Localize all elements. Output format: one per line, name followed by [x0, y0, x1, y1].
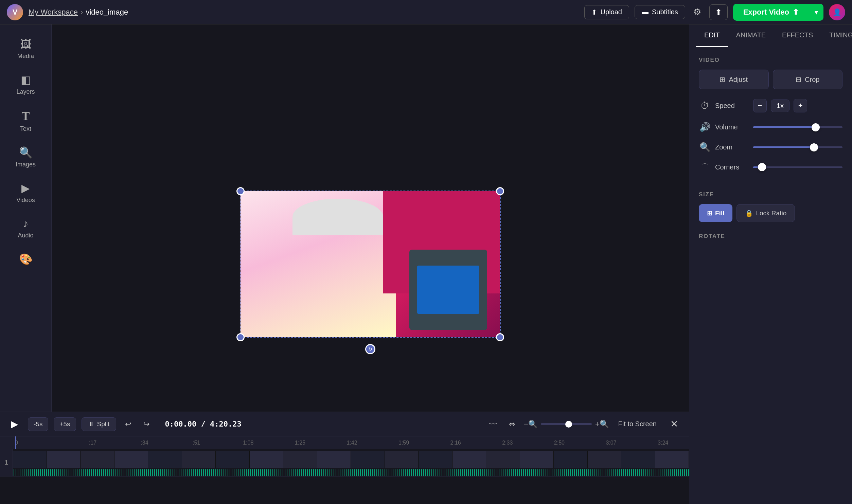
resize-handle-top-left[interactable]	[236, 187, 245, 195]
export-dropdown-button[interactable]: ▾	[809, 4, 823, 21]
layers-icon: ◧	[21, 73, 31, 86]
skip-back-button[interactable]: -5s	[28, 417, 48, 431]
video-device	[409, 250, 487, 330]
thumb-4	[114, 451, 148, 468]
video-device-screen	[417, 266, 479, 314]
crop-button[interactable]: ⊟ Crop	[773, 70, 843, 89]
export-button[interactable]: Export Video ⬆	[733, 4, 809, 21]
ruler-mark-51: :51	[171, 440, 223, 446]
breadcrumb-separator: ›	[81, 8, 83, 17]
skip-forward-button[interactable]: +5s	[54, 417, 76, 431]
fill-button[interactable]: ⊞ Fill	[699, 204, 732, 222]
video-track-bar	[13, 451, 689, 468]
sidebar-item-videos[interactable]: ▶ Videos	[0, 175, 51, 211]
tab-timing[interactable]: TIMING	[821, 24, 852, 47]
speed-increase-button[interactable]: +	[794, 99, 807, 112]
rotate-handle[interactable]: ↻	[365, 344, 375, 354]
adjust-crop-row: ⊞ Adjust ⊟ Crop	[699, 70, 842, 89]
ruler-mark-216: 2:16	[430, 440, 482, 446]
share-button[interactable]: ⬆	[709, 4, 728, 20]
ruler-mark-108: 1:08	[222, 440, 274, 446]
lock-ratio-button[interactable]: 🔒 Lock Ratio	[736, 204, 795, 222]
volume-control-row: 🔊 Volume	[699, 122, 842, 132]
corners-icon: ⌒	[699, 162, 711, 172]
empty-track	[0, 476, 689, 504]
close-button[interactable]: ✕	[666, 416, 682, 432]
thumb-16	[520, 451, 554, 468]
zoom-area: −🔍 +🔍	[524, 420, 609, 429]
fit-screen-button[interactable]: Fit to Screen	[614, 418, 661, 430]
thumb-11	[351, 451, 385, 468]
redo-button[interactable]: ↪	[140, 418, 153, 431]
text-icon: T	[21, 109, 30, 123]
sidebar-item-images[interactable]: 🔍 Images	[0, 139, 51, 175]
size-section-label: SIZE	[699, 191, 842, 198]
sidebar-item-audio[interactable]: ♪ Audio	[0, 211, 51, 246]
timecode: 0:00.00 / 4:20.23	[165, 420, 242, 428]
zoom-slider[interactable]	[753, 146, 842, 148]
export-group: Export Video ⬆ ▾	[733, 4, 823, 21]
corners-thumb[interactable]	[758, 163, 766, 171]
tab-effects[interactable]: EFFECTS	[774, 24, 821, 47]
split-button[interactable]: ⏸ Split	[82, 417, 116, 431]
user-avatar[interactable]: 👤	[829, 4, 845, 20]
subtitles-button[interactable]: ▬ Subtitles	[635, 5, 685, 19]
tab-animate[interactable]: ANIMATE	[728, 24, 774, 47]
thumb-2	[47, 451, 81, 468]
track-content-1[interactable]	[13, 449, 689, 476]
thumb-10	[317, 451, 351, 468]
ruler-mark-0: 0	[14, 440, 67, 446]
right-panel: EDIT ANIMATE EFFECTS TIMING VIDEO ⊞ Adju…	[689, 24, 852, 504]
thumb-19	[621, 451, 655, 468]
speed-icon: ⏱	[699, 101, 711, 111]
app-logo: V	[7, 4, 23, 20]
upload-button[interactable]: ⬆ Upload	[584, 5, 629, 19]
size-section: SIZE ⊞ Fill 🔒 Lock Ratio	[689, 182, 852, 228]
thumb-18	[588, 451, 622, 468]
speed-controls: − 1x +	[753, 99, 807, 112]
color-icon: 🎨	[19, 253, 33, 266]
speed-control-row: ⏱ Speed − 1x +	[699, 99, 842, 112]
media-icon: 🖼	[20, 38, 31, 51]
video-frame[interactable]: ↻	[240, 191, 501, 338]
volume-fill	[753, 126, 816, 128]
split-view-button[interactable]: ⇔	[505, 418, 518, 431]
play-button[interactable]: ▶	[7, 416, 22, 432]
timeline-controls: ▶ -5s +5s ⏸ Split ↩ ↪ 0:00.00 / 4:20.23 …	[0, 412, 689, 436]
thumb-5	[148, 451, 182, 468]
upload-icon: ⬆	[591, 8, 597, 16]
thumb-14	[452, 451, 486, 468]
topbar: V My Workspace › video_image ⬆ Upload ▬ …	[0, 0, 852, 24]
resize-handle-bottom-right[interactable]	[496, 333, 504, 341]
ruler-mark-142: 1:42	[326, 440, 378, 446]
sidebar-item-layers[interactable]: ◧ Layers	[0, 67, 51, 102]
speed-decrease-button[interactable]: −	[753, 99, 767, 112]
ruler-mark-159: 1:59	[378, 440, 430, 446]
video-placeholder	[241, 191, 500, 337]
volume-slider[interactable]	[753, 126, 842, 128]
waveform	[13, 469, 689, 476]
zoom-out-icon[interactable]: −🔍	[524, 420, 537, 429]
sidebar-item-text[interactable]: T Text	[0, 102, 51, 139]
undo-button[interactable]: ↩	[122, 418, 135, 431]
workspace-link[interactable]: My Workspace	[29, 8, 78, 17]
ruler-mark-233: 2:33	[481, 440, 533, 446]
corners-slider[interactable]	[753, 166, 842, 168]
zoom-thumb[interactable]	[810, 143, 818, 151]
sidebar-item-media[interactable]: 🖼 Media	[0, 31, 51, 67]
timeline-zoom-thumb[interactable]	[565, 421, 572, 428]
thumb-12	[385, 451, 419, 468]
resize-handle-top-right[interactable]	[496, 187, 504, 195]
timeline-zoom-slider[interactable]	[541, 423, 592, 425]
tab-edit[interactable]: EDIT	[696, 24, 728, 47]
waveform-button[interactable]: 〰	[486, 418, 500, 431]
settings-button[interactable]: ⚙	[691, 4, 704, 20]
adjust-icon: ⊞	[720, 75, 725, 84]
volume-thumb[interactable]	[812, 123, 820, 131]
project-name: video_image	[86, 8, 128, 17]
zoom-in-icon[interactable]: +🔍	[595, 420, 609, 429]
sidebar-item-color[interactable]: 🎨	[0, 246, 51, 272]
corners-control-row: ⌒ Corners	[699, 162, 842, 172]
adjust-button[interactable]: ⊞ Adjust	[699, 70, 769, 89]
resize-handle-bottom-left[interactable]	[236, 333, 245, 341]
